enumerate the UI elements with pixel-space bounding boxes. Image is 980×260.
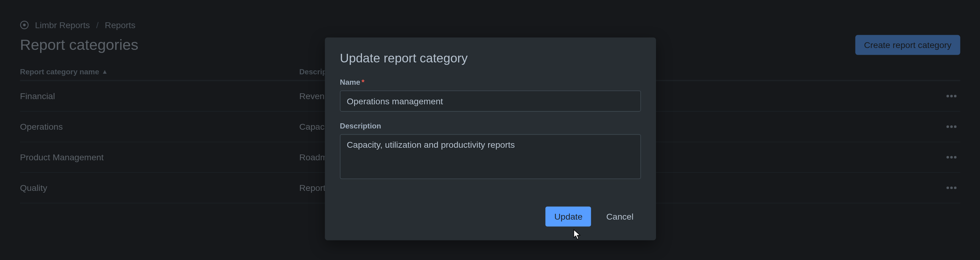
- update-button[interactable]: Update: [546, 206, 591, 226]
- cancel-button[interactable]: Cancel: [599, 206, 641, 226]
- name-input[interactable]: [340, 90, 641, 112]
- name-label-text: Name: [340, 78, 360, 87]
- description-textarea[interactable]: Capacity, utilization and productivity r…: [340, 134, 641, 179]
- description-field-label: Description: [340, 122, 641, 131]
- update-category-modal: Update report category Name* Description…: [325, 37, 656, 240]
- name-field-label: Name*: [340, 78, 641, 87]
- modal-title: Update report category: [340, 51, 641, 65]
- required-indicator: *: [362, 78, 365, 87]
